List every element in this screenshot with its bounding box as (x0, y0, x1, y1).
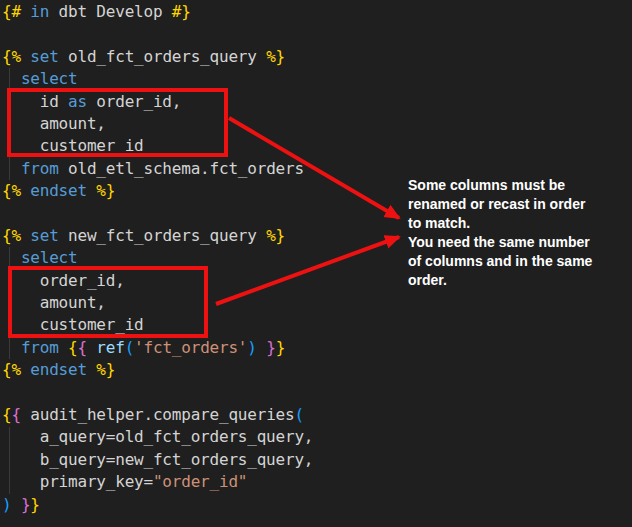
code-token-plain (21, 360, 30, 379)
code-token-pink: } (266, 338, 275, 357)
code-token-str: "order_id" (153, 472, 247, 491)
code-token-kw: select (21, 69, 78, 88)
code-token-kw: set (30, 226, 58, 245)
code-line (2, 23, 630, 45)
annotation-line: order. (408, 271, 592, 290)
code-token-gold: } (276, 338, 285, 357)
code-token-gold: {# (2, 2, 21, 21)
annotation-line: of columns and in the same (408, 252, 592, 271)
code-token-kw: endset (30, 360, 87, 379)
annotation-text: Some columns must berenamed or recast in… (408, 176, 592, 290)
code-line: {{ audit_helper.compare_queries( (2, 404, 630, 426)
code-token-gold: {% (2, 47, 21, 66)
code-line: ) }} (2, 494, 630, 516)
code-token-plain (21, 2, 30, 21)
code-token-plain: new_fct_orders_query (59, 226, 267, 245)
code-token-plain: dbt Develop (49, 2, 172, 21)
code-token-gold: %} (266, 226, 285, 245)
code-line (2, 382, 630, 404)
code-token-plain (87, 360, 96, 379)
code-token-plain: old_fct_orders_query (59, 47, 267, 66)
code-line: primary_key="order_id" (2, 471, 630, 493)
code-line: b_query=new_fct_orders_query, (2, 449, 630, 471)
code-token-plain (257, 338, 266, 357)
code-token-gold: {% (2, 226, 21, 245)
code-token-plain: primary_key= (2, 472, 153, 491)
code-token-plain (87, 338, 96, 357)
code-token-kw: select (21, 248, 78, 267)
code-token-gold: {% (2, 181, 21, 200)
code-token-bblue: ( (125, 338, 134, 357)
code-token-str: 'fct_orders' (134, 338, 247, 357)
code-token-gold: {% (2, 360, 21, 379)
code-line: {# in dbt Develop #} (2, 1, 630, 23)
code-token-plain (11, 495, 20, 514)
code-token-kw: in (30, 2, 49, 21)
code-token-plain (2, 69, 21, 88)
code-token-gold: %} (266, 47, 285, 66)
code-token-pink: { (11, 405, 20, 424)
code-token-plain (21, 226, 30, 245)
code-token-kw: from (21, 159, 59, 178)
code-token-pink: { (77, 338, 86, 357)
code-token-gold: } (30, 495, 39, 514)
code-token-plain: audit_helper.compare_queries (21, 405, 295, 424)
code-token-pink: } (21, 495, 30, 514)
code-token-plain (2, 338, 21, 357)
annotation-line: renamed or recast in order (408, 195, 592, 214)
code-token-plain (87, 181, 96, 200)
annotation-line: Some columns must be (408, 176, 592, 195)
code-token-fn: ref (96, 338, 124, 357)
code-token-plain: a_query=old_fct_orders_query, (2, 427, 313, 446)
code-line: a_query=old_fct_orders_query, (2, 426, 630, 448)
code-token-kw: from (21, 338, 59, 357)
code-token-plain: old_etl_schema.fct_orders (59, 159, 304, 178)
code-token-plain: b_query=new_fct_orders_query, (2, 450, 313, 469)
highlight-box-new-columns (8, 266, 208, 338)
code-line: {% endset %} (2, 359, 630, 381)
code-token-kw: endset (30, 181, 87, 200)
code-token-plain (2, 248, 21, 267)
code-token-bblue: ( (294, 405, 303, 424)
code-token-plain (59, 338, 68, 357)
code-token-plain (2, 159, 21, 178)
code-token-plain (21, 181, 30, 200)
editor-screenshot: { "editor": { "background": "#1f1f1f", "… (0, 0, 632, 527)
code-token-gold: %} (96, 181, 115, 200)
code-token-plain (21, 47, 30, 66)
highlight-box-old-columns (7, 88, 228, 157)
code-token-kw: set (30, 47, 58, 66)
code-line: from {{ ref('fct_orders') }} (2, 337, 630, 359)
code-token-gold: %} (96, 360, 115, 379)
code-line: {% set old_fct_orders_query %} (2, 46, 630, 68)
annotation-line: to match. (408, 214, 592, 233)
code-token-bblue: ) (247, 338, 256, 357)
code-token-gold: #} (172, 2, 191, 21)
annotation-line: You need the same number (408, 233, 592, 252)
